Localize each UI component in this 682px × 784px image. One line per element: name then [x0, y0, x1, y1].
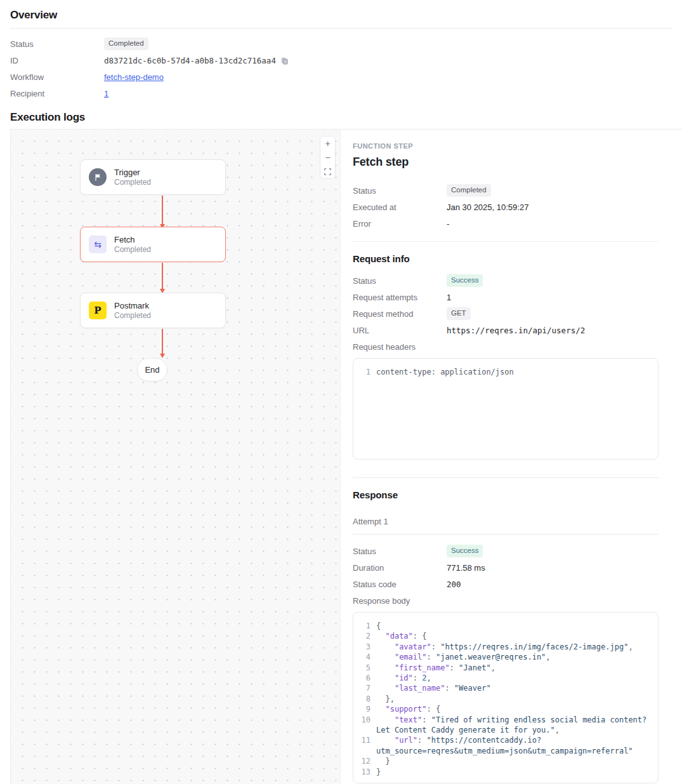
node-status: Completed — [114, 311, 151, 321]
step-type-eyebrow: FUNCTION STEP — [353, 142, 659, 150]
response-title: Response — [353, 489, 659, 500]
response-status-badge: Success — [447, 545, 483, 557]
node-title: Fetch — [114, 234, 151, 245]
divider — [10, 28, 672, 29]
request-url-row: URL https://reqres.in/api/users/2 — [353, 324, 659, 336]
executed-at-value: Jan 30 2025, 10:59:27 — [447, 203, 528, 212]
duration-value: 771.58 ms — [447, 563, 485, 573]
canvas-zoom-controls: + − — [320, 136, 336, 179]
overview-status-row: Status Completed — [10, 37, 672, 50]
request-info-title: Request info — [353, 253, 659, 264]
edge-arrow — [162, 263, 163, 289]
request-attempts-label: Request attempts — [353, 293, 447, 302]
edge-arrow — [162, 329, 163, 354]
status-code-label: Status code — [353, 580, 447, 589]
request-headers-row: Request headers — [353, 340, 659, 353]
request-method-label: Request method — [353, 309, 447, 319]
request-status-row: Status Success — [353, 274, 659, 287]
response-body-code: 1{2 "data": {3 "avatar": "https://reqres… — [353, 612, 659, 783]
fit-view-icon[interactable] — [320, 164, 335, 178]
zoom-in-button[interactable]: + — [320, 136, 335, 150]
id-label: ID — [10, 56, 104, 65]
workflow-link[interactable]: fetch-step-demo — [104, 72, 164, 82]
request-status-badge: Success — [447, 274, 483, 287]
flag-icon — [89, 168, 107, 186]
status-code-value: 200 — [447, 580, 461, 589]
error-value: - — [447, 219, 449, 229]
node-title: Postmark — [114, 300, 151, 311]
overview-workflow-row: Workflow fetch-step-demo — [10, 70, 672, 83]
executed-at-row: Executed at Jan 30 2025, 10:59:27 — [353, 201, 659, 213]
run-id-value: d83721dc-6c0b-57d4-a0b8-13cd2c716aa4 — [104, 56, 276, 65]
status-label: Status — [353, 186, 447, 196]
status-label: Status — [353, 276, 447, 286]
step-status-row: Status Completed — [353, 184, 659, 197]
node-fetch[interactable]: ⇆ Fetch Completed — [80, 227, 226, 262]
error-row: Error - — [353, 217, 659, 230]
workflow-canvas[interactable]: Trigger Completed ⇆ Fetch Completed P Po… — [10, 129, 341, 784]
overview-recipient-row: Recipient 1 — [10, 87, 672, 100]
execution-logs-title: Execution logs — [10, 111, 672, 124]
execution-logs-main: Trigger Completed ⇆ Fetch Completed P Po… — [10, 129, 682, 784]
response-body-row: Response body — [353, 594, 659, 607]
divider — [353, 241, 659, 242]
status-label: Status — [353, 547, 447, 556]
request-headers-code: 1content-type: application/json — [353, 358, 659, 460]
step-title: Fetch step — [353, 156, 659, 169]
divider — [353, 477, 659, 478]
error-label: Error — [353, 219, 447, 229]
node-status: Completed — [114, 245, 151, 255]
request-attempts-row: Request attempts 1 — [353, 291, 659, 303]
overview-id-row: ID d83721dc-6c0b-57d4-a0b8-13cd2c716aa4 — [10, 54, 672, 67]
edge-arrow — [162, 196, 163, 225]
request-method-row: Request method GET — [353, 307, 659, 320]
step-status-badge: Completed — [447, 184, 491, 197]
duration-label: Duration — [353, 563, 447, 573]
request-method-badge: GET — [447, 307, 471, 320]
postmark-p-icon: P — [89, 302, 107, 319]
swap-arrows-icon: ⇆ — [89, 236, 107, 253]
page-title: Overview — [10, 9, 672, 22]
url-value: https://reqres.in/api/users/2 — [447, 326, 585, 335]
url-label: URL — [353, 326, 447, 335]
copy-icon[interactable] — [280, 56, 289, 65]
node-postmark[interactable]: P Postmark Completed — [80, 293, 226, 328]
response-body-label: Response body — [353, 596, 447, 606]
divider — [353, 534, 659, 535]
duration-row: Duration 771.58 ms — [353, 561, 659, 574]
request-attempts-value: 1 — [447, 293, 451, 302]
workflow-label: Workflow — [10, 72, 104, 82]
attempt-label: Attempt 1 — [353, 517, 659, 526]
recipient-label: Recipient — [10, 89, 104, 98]
zoom-out-button[interactable]: − — [320, 150, 335, 164]
status-badge: Completed — [104, 37, 148, 50]
step-details-panel: FUNCTION STEP Fetch step Status Complete… — [341, 129, 682, 784]
node-end[interactable]: End — [137, 358, 167, 382]
executed-at-label: Executed at — [353, 203, 447, 212]
status-label: Status — [10, 39, 104, 49]
node-title: Trigger — [114, 167, 151, 178]
request-headers-label: Request headers — [353, 342, 447, 352]
overview-section: Overview Status Completed ID d83721dc-6c… — [0, 0, 682, 100]
status-code-row: Status code 200 — [353, 578, 659, 590]
response-status-row: Status Success — [353, 545, 659, 557]
recipient-link[interactable]: 1 — [104, 89, 108, 98]
node-trigger[interactable]: Trigger Completed — [80, 159, 226, 195]
node-status: Completed — [114, 178, 151, 187]
